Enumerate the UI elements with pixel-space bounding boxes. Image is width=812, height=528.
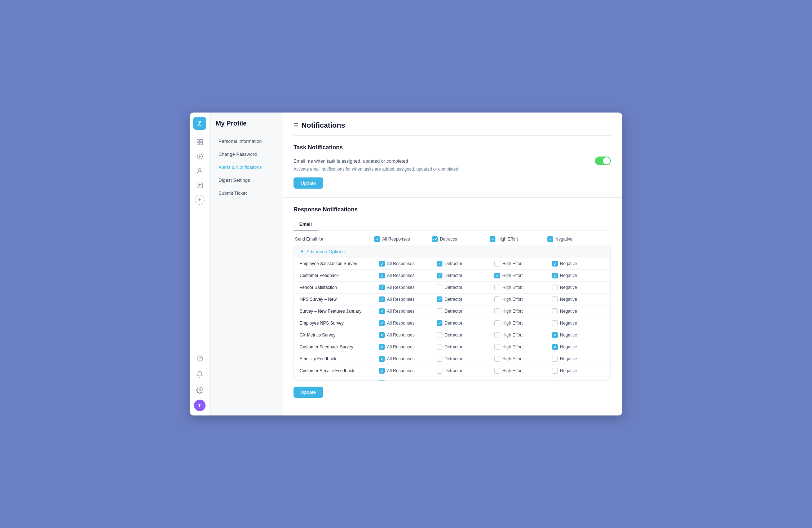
checkbox-negative[interactable] — [552, 308, 558, 314]
checkbox-all_responses[interactable] — [379, 273, 385, 278]
checkbox-high_effort[interactable] — [494, 273, 500, 278]
checkbox-negative[interactable] — [552, 261, 558, 267]
checkbox-detractor[interactable] — [437, 308, 442, 314]
checkbox-negative[interactable] — [552, 285, 558, 290]
survey-check-col-high_effort: High Effort — [494, 344, 552, 350]
surveys-scroll-area[interactable]: Employee Satisfaction Survey All Respons… — [294, 258, 610, 380]
survey-check-col-all_responses: All Responses — [379, 296, 437, 302]
checkbox-negative[interactable] — [552, 368, 558, 374]
table-row: CX Metrics Survey All Responses Detracto… — [294, 329, 610, 341]
checkbox-negative[interactable] — [552, 296, 558, 302]
nav-icon-profile[interactable] — [193, 164, 206, 177]
checkbox-high_effort[interactable] — [494, 285, 500, 290]
advanced-options-panel: ▼ Advanced Options Employee Satisfaction… — [294, 245, 611, 381]
icon-bar: Z + — [190, 113, 210, 415]
svg-rect-1 — [200, 140, 202, 142]
tab-email[interactable]: Email — [294, 219, 318, 230]
survey-check-col-detractor: Detractor — [437, 344, 494, 350]
survey-check-col-negative: Negative — [552, 308, 610, 314]
checkbox-detractor[interactable] — [437, 261, 442, 267]
survey-check-col-all_responses: All Responses — [379, 380, 437, 380]
notification-icon[interactable] — [193, 368, 206, 381]
task-toggle[interactable] — [595, 157, 611, 165]
checkbox-high_effort[interactable] — [494, 261, 500, 267]
checkbox-all_responses[interactable] — [379, 332, 385, 338]
advanced-options-toggle[interactable]: ▼ Advanced Options — [294, 245, 610, 258]
checkbox-negative[interactable] — [552, 273, 558, 278]
user-avatar[interactable]: T — [194, 400, 206, 411]
checkbox-negative[interactable] — [552, 332, 558, 338]
checkbox-high_effort[interactable] — [494, 332, 500, 338]
header-check-negative[interactable]: – — [547, 236, 553, 242]
survey-check-col-all_responses: All Responses — [379, 368, 437, 374]
survey-name: Customer Service Feedback — [300, 368, 379, 373]
checkbox-high_effort[interactable] — [494, 368, 500, 374]
checkbox-high_effort[interactable] — [494, 296, 500, 302]
checkbox-negative[interactable] — [552, 320, 558, 326]
table-row: Vendor Satisfaction All Responses Detrac… — [294, 281, 610, 293]
checkbox-high_effort[interactable] — [494, 344, 500, 350]
help-icon[interactable] — [193, 352, 206, 365]
survey-check-col-negative: Negative — [552, 368, 610, 374]
sidebar-item-personal-info[interactable]: Personal Information — [213, 135, 279, 148]
checkbox-detractor[interactable] — [437, 380, 442, 380]
checkbox-all_responses[interactable] — [379, 285, 385, 290]
sidebar-item-change-password[interactable]: Change Password — [213, 148, 279, 160]
nav-icon-dashboard[interactable] — [193, 136, 206, 149]
checkbox-detractor[interactable] — [437, 320, 442, 326]
table-row: Customer Feedback Survey All Responses D… — [294, 341, 610, 353]
logo[interactable]: Z — [193, 117, 206, 130]
header-check-detractor[interactable]: – — [432, 236, 438, 242]
checkbox-negative[interactable] — [552, 380, 558, 380]
svg-rect-6 — [197, 183, 202, 188]
survey-name: CX Metrics Survey — [300, 333, 379, 338]
survey-check-col-high_effort: High Effort — [494, 368, 552, 374]
checkbox-detractor[interactable] — [437, 332, 442, 338]
response-notifications-title: Response Notifications — [294, 206, 611, 213]
checkbox-detractor[interactable] — [437, 344, 442, 350]
checkbox-negative[interactable] — [552, 356, 558, 362]
sidebar-item-alerts-notifications[interactable]: Alerts & Notifications — [213, 161, 279, 173]
add-button[interactable]: + — [195, 195, 205, 205]
survey-check-col-all_responses: All Responses — [379, 308, 437, 314]
settings-icon[interactable] — [193, 384, 206, 397]
checkbox-negative[interactable] — [552, 344, 558, 350]
checkbox-all_responses[interactable] — [379, 344, 385, 350]
checkbox-all_responses[interactable] — [379, 296, 385, 302]
nav-icon-responses[interactable] — [193, 150, 206, 163]
survey-name: Ethnicity Feedback — [300, 356, 379, 361]
chevron-down-icon: ▼ — [300, 249, 304, 254]
checkbox-high_effort[interactable] — [494, 320, 500, 326]
checkbox-all_responses[interactable] — [379, 368, 385, 374]
nav-icon-tasks[interactable] — [193, 179, 206, 192]
svg-point-9 — [199, 390, 200, 391]
sidebar-item-digest-settings[interactable]: Digest Settings — [213, 174, 279, 186]
checkbox-high_effort[interactable] — [494, 380, 500, 380]
checkbox-detractor[interactable] — [437, 273, 442, 278]
sidebar-item-submit-ticket[interactable]: Submit Ticket — [213, 187, 279, 199]
svg-rect-3 — [200, 142, 202, 145]
survey-check-col-all_responses: All Responses — [379, 320, 437, 326]
checkbox-all_responses[interactable] — [379, 261, 385, 267]
checkbox-detractor[interactable] — [437, 296, 442, 302]
survey-check-col-high_effort: High Effort — [494, 356, 552, 362]
checkbox-all_responses[interactable] — [379, 320, 385, 326]
checkbox-detractor[interactable] — [437, 356, 442, 362]
checkbox-high_effort[interactable] — [494, 356, 500, 362]
response-update-button[interactable]: Update — [294, 387, 323, 398]
table-row: Employee NPS Survey All Responses Detrac… — [294, 317, 610, 329]
survey-check-col-all_responses: All Responses — [379, 332, 437, 338]
checkbox-all_responses[interactable] — [379, 380, 385, 380]
checkbox-all_responses[interactable] — [379, 308, 385, 314]
header-check-all-responses[interactable] — [374, 236, 380, 242]
checkbox-detractor[interactable] — [437, 285, 442, 290]
survey-check-col-all_responses: All Responses — [379, 356, 437, 362]
sidebar-title: My Profile — [210, 120, 282, 135]
task-update-button[interactable]: Update — [294, 177, 323, 189]
header-check-high-effort[interactable]: – — [490, 236, 495, 242]
sidebar: My Profile Personal Information Change P… — [210, 113, 282, 415]
survey-check-col-detractor: Detractor — [437, 368, 494, 374]
checkbox-all_responses[interactable] — [379, 356, 385, 362]
checkbox-detractor[interactable] — [437, 368, 442, 374]
checkbox-high_effort[interactable] — [494, 308, 500, 314]
